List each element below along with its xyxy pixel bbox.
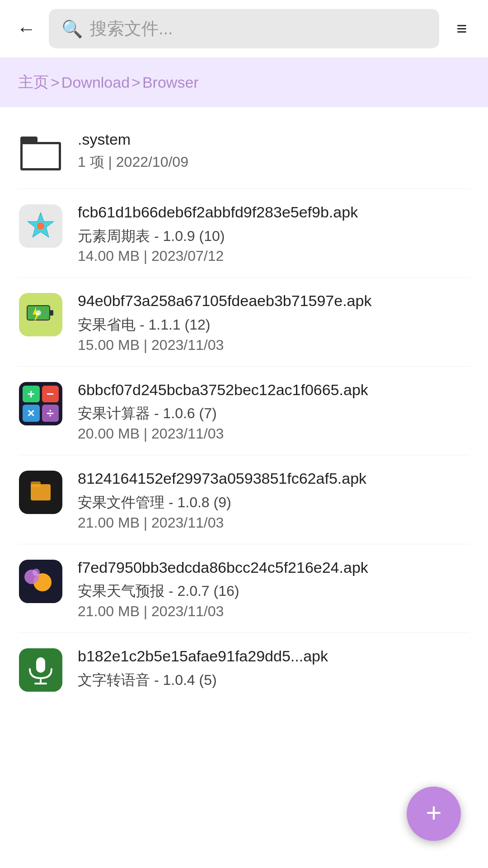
file-subtitle: 安果计算器 - 1.0.6 (7) (78, 403, 470, 424)
file-info: .system 1 项 | 2022/10/09 (78, 129, 470, 172)
breadcrumb-home[interactable]: 主页 (18, 72, 49, 93)
file-name: fcb61d1b66deb6f2abbfd9f283e5ef9b.apk (78, 202, 470, 223)
app-icon-battery (18, 292, 63, 337)
file-name: f7ed7950bb3edcda86bcc24c5f216e24.apk (78, 557, 470, 579)
file-subtitle: 安果文件管理 - 1.0.8 (9) (78, 492, 470, 513)
file-subtitle: 文字转语音 - 1.0.4 (5) (78, 670, 470, 690)
breadcrumb-browser[interactable]: Browser (142, 74, 199, 91)
list-item[interactable]: 8124164152ef29973a0593851fc62af5.apk 安果文… (0, 455, 488, 543)
file-meta: 14.00 MB | 2023/07/12 (78, 248, 470, 264)
app-icon-weather (18, 559, 63, 604)
list-item[interactable]: .system 1 项 | 2022/10/09 (0, 116, 488, 189)
folder-icon-wrap (18, 131, 63, 176)
file-subtitle: 元素周期表 - 1.0.9 (10) (78, 226, 470, 246)
list-item[interactable]: fcb61d1b66deb6f2abbfd9f283e5ef9b.apk 元素周… (0, 189, 488, 277)
file-meta: 20.00 MB | 2023/11/03 (78, 425, 470, 442)
breadcrumb-sep-2: > (131, 74, 141, 91)
file-info: 94e0bf73a258a67105fdeaeb3b71597e.apk 安果省… (78, 290, 470, 353)
svg-rect-14 (36, 657, 45, 673)
file-list: .system 1 项 | 2022/10/09 fcb61d1b66deb6f… (0, 107, 488, 714)
list-item[interactable]: + − × ÷ 6bbcf07d245bcba3752bec12ac1f0665… (0, 367, 488, 455)
breadcrumb-download[interactable]: Download (61, 74, 130, 91)
file-info: f7ed7950bb3edcda86bcc24c5f216e24.apk 安果天… (78, 557, 470, 620)
file-info: b182e1c2b5e15afae91fa29dd5...apk 文字转语音 -… (78, 646, 470, 692)
breadcrumb: 主页 > Download > Browser (0, 57, 488, 107)
filter-icon: ≡ (456, 19, 467, 39)
svg-point-1 (37, 222, 44, 230)
file-subtitle: 安果天气预报 - 2.0.7 (16) (78, 581, 470, 601)
file-info: fcb61d1b66deb6f2abbfd9f283e5ef9b.apk 元素周… (78, 202, 470, 264)
file-meta: 21.00 MB | 2023/11/03 (78, 603, 470, 620)
file-name: 8124164152ef29973a0593851fc62af5.apk (78, 468, 470, 490)
app-icon-voice (18, 647, 63, 693)
svg-point-12 (33, 569, 40, 576)
back-button[interactable]: ← (13, 15, 40, 42)
file-meta: 1 项 | 2022/10/09 (78, 152, 470, 172)
app-icon-periodictable (18, 203, 63, 249)
file-info: 6bbcf07d245bcba3752bec12ac1f0665.apk 安果计… (78, 379, 470, 442)
filter-button[interactable]: ≡ (448, 15, 475, 42)
svg-point-5 (36, 310, 41, 316)
list-item[interactable]: 94e0bf73a258a67105fdeaeb3b71597e.apk 安果省… (0, 278, 488, 366)
file-meta: 21.00 MB | 2023/11/03 (78, 514, 470, 531)
app-icon-filemanager (18, 470, 63, 515)
search-placeholder-text: 搜索文件... (90, 17, 173, 40)
file-info: 8124164152ef29973a0593851fc62af5.apk 安果文… (78, 468, 470, 531)
svg-rect-8 (31, 481, 41, 487)
search-icon: 🔍 (61, 19, 83, 39)
file-name: 94e0bf73a258a67105fdeaeb3b71597e.apk (78, 290, 470, 312)
list-item[interactable]: f7ed7950bb3edcda86bcc24c5f216e24.apk 安果天… (0, 544, 488, 632)
file-name: .system (78, 129, 470, 151)
search-bar[interactable]: 🔍 搜索文件... (49, 9, 439, 48)
file-name: 6bbcf07d245bcba3752bec12ac1f0665.apk (78, 379, 470, 401)
back-arrow-icon: ← (17, 19, 36, 38)
fab-plus-icon: + (426, 799, 441, 826)
breadcrumb-sep-1: > (51, 74, 60, 91)
app-icon-calculator: + − × ÷ (18, 381, 63, 426)
fab-add-button[interactable]: + (407, 787, 461, 841)
svg-rect-3 (50, 310, 53, 316)
list-item[interactable]: b182e1c2b5e15afae91fa29dd5...apk 文字转语音 -… (0, 633, 488, 705)
file-meta: 15.00 MB | 2023/11/03 (78, 337, 470, 354)
file-name: b182e1c2b5e15afae91fa29dd5...apk (78, 646, 470, 667)
file-subtitle: 安果省电 - 1.1.1 (12) (78, 315, 470, 335)
header: ← 🔍 搜索文件... ≡ (0, 0, 488, 57)
